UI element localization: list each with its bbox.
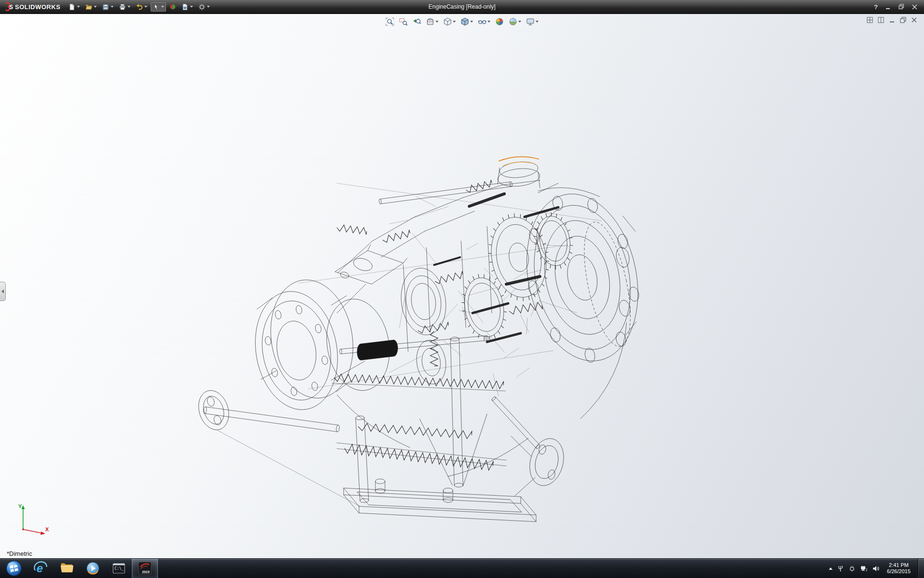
- new-document-button[interactable]: [66, 2, 82, 12]
- tray-power-icon[interactable]: [848, 565, 856, 572]
- select-cursor-icon: [153, 3, 160, 11]
- tray-network-icon[interactable]: [860, 565, 868, 572]
- restore-document-icon[interactable]: [900, 17, 906, 23]
- ds-logo-icon: S: [4, 2, 13, 11]
- apply-scene-icon: [509, 17, 517, 26]
- solidworks-2015-icon: 2015: [138, 561, 152, 576]
- document-window-controls: [867, 17, 917, 23]
- tray-volume-icon[interactable]: [872, 565, 880, 572]
- close-document-icon[interactable]: [911, 17, 917, 23]
- title-bar: S SOLIDWORKS: [0, 0, 924, 14]
- taskbar-item-internet-explorer[interactable]: e: [28, 559, 54, 578]
- dropdown-caret: [536, 21, 539, 23]
- restore-icon[interactable]: [898, 4, 904, 10]
- dropdown-caret: [94, 6, 97, 8]
- windows-start-orb-icon: [6, 560, 22, 577]
- clock-time: 2:41 PM: [887, 562, 911, 568]
- minimize-icon[interactable]: [886, 4, 891, 10]
- select-tool-button[interactable]: [151, 2, 166, 12]
- reference-triad: Y X: [12, 501, 52, 542]
- options-button[interactable]: [196, 2, 212, 12]
- svg-text:2015: 2015: [142, 570, 150, 574]
- zoom-to-fit-button[interactable]: [384, 16, 396, 27]
- media-player-icon: [86, 561, 100, 576]
- dropdown-caret: [190, 6, 193, 8]
- y-axis-arrow: [22, 505, 25, 509]
- edit-appearance-button[interactable]: [494, 16, 505, 27]
- taskbar-item-windows-explorer[interactable]: [54, 559, 80, 578]
- viewport-split-icon[interactable]: [878, 17, 884, 23]
- section-view-icon: [426, 17, 435, 26]
- solidworks-logo: S SOLIDWORKS: [0, 2, 66, 11]
- graphics-viewport[interactable]: Y X *Dimetric: [0, 14, 924, 558]
- viewport-layout-icon[interactable]: [867, 17, 873, 23]
- featuremanager-flyout-tab[interactable]: [0, 282, 6, 301]
- section-view-button[interactable]: [424, 16, 440, 27]
- taskbar-clock[interactable]: 2:41 PM 6/26/2015: [884, 562, 913, 575]
- document-title: EngineCasing [Read-only]: [428, 3, 495, 10]
- x-axis-arrow: [40, 532, 45, 535]
- hide-show-items-button[interactable]: [476, 16, 492, 27]
- new-document-icon: [68, 3, 76, 11]
- open-button[interactable]: [83, 2, 99, 12]
- taskbar-item-solidworks-2015[interactable]: 2015: [132, 559, 158, 578]
- dropdown-caret: [128, 6, 130, 8]
- dropdown-caret: [77, 6, 80, 8]
- start-button[interactable]: [0, 559, 28, 578]
- print-button[interactable]: [117, 2, 132, 12]
- options-icon: [198, 3, 205, 11]
- svg-text:S: S: [9, 4, 13, 11]
- taskbar-item-media-player[interactable]: [80, 559, 106, 578]
- main-toolbar: [66, 2, 212, 12]
- dropdown-caret: [518, 21, 521, 23]
- minimize-document-icon[interactable]: [889, 17, 895, 23]
- command-prompt-icon: C:\_: [112, 562, 126, 575]
- rebuild-button[interactable]: [167, 2, 178, 11]
- close-icon[interactable]: [912, 4, 917, 10]
- taskbar-item-command-prompt[interactable]: C:\_: [106, 559, 132, 578]
- dropdown-caret: [453, 21, 456, 23]
- previous-view-button[interactable]: [411, 16, 423, 27]
- dropdown-caret: [436, 21, 438, 23]
- display-style-icon: [461, 17, 469, 26]
- previous-view-icon: [412, 17, 421, 26]
- heads-up-view-toolbar: [384, 16, 540, 27]
- dropdown-caret: [161, 6, 164, 8]
- y-axis-label: Y: [18, 503, 22, 509]
- view-orientation-icon: [443, 17, 452, 26]
- print-icon: [119, 3, 126, 11]
- windows-taskbar: e C:\_: [0, 558, 924, 578]
- apply-scene-button[interactable]: [507, 16, 523, 27]
- display-style-button[interactable]: [459, 16, 475, 27]
- x-axis-label: X: [45, 526, 49, 532]
- zoom-to-area-icon: [399, 17, 408, 26]
- show-desktop-button[interactable]: [918, 559, 924, 578]
- file-properties-icon: [181, 3, 189, 11]
- dropdown-caret: [207, 6, 210, 8]
- svg-text:C:\_: C:\_: [115, 566, 124, 571]
- folder-icon: [60, 561, 74, 576]
- undo-button[interactable]: [134, 2, 149, 12]
- chevron-left-icon: [1, 289, 4, 293]
- solidworks-window: S SOLIDWORKS: [0, 0, 924, 578]
- rebuild-icon: [169, 3, 176, 10]
- view-settings-icon: [526, 17, 535, 26]
- tray-usb-icon[interactable]: [837, 565, 844, 572]
- dropdown-caret: [144, 6, 147, 8]
- engine-casing-wireframe-model[interactable]: [0, 14, 924, 558]
- help-button[interactable]: ?: [874, 3, 878, 11]
- dropdown-caret: [470, 21, 473, 23]
- hide-show-items-icon: [478, 17, 487, 26]
- undo-icon: [136, 3, 143, 11]
- view-orientation-label: *Dimetric: [7, 550, 32, 557]
- clock-date: 6/26/2015: [887, 568, 911, 575]
- internet-explorer-icon: e: [34, 561, 48, 576]
- logo-text: SOLIDWORKS: [15, 3, 61, 11]
- save-button[interactable]: [100, 2, 116, 12]
- view-settings-button[interactable]: [525, 16, 540, 27]
- hidden-icons-chevron[interactable]: [829, 567, 833, 570]
- save-icon: [102, 3, 109, 11]
- view-orientation-button[interactable]: [442, 16, 457, 27]
- file-properties-button[interactable]: [180, 2, 195, 12]
- zoom-to-area-button[interactable]: [398, 16, 409, 27]
